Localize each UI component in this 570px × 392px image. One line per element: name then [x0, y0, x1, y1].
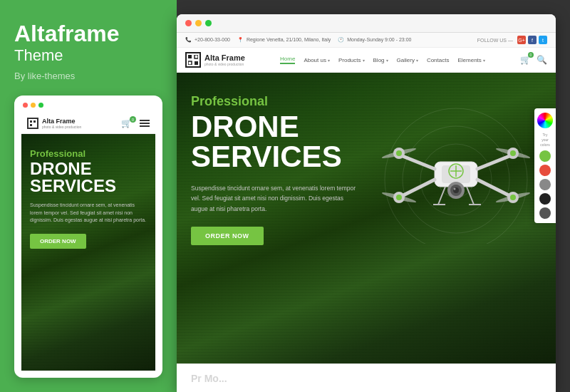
color-picker-label: Try your colors — [540, 133, 549, 148]
mobile-mockup: Alta Frame photo & video production 🛒 0 … — [14, 96, 162, 378]
site-hero: Professional DRONE SERVICES Suspendisse … — [177, 73, 556, 363]
nav-cart-area: 🛒 0 🔍 — [520, 55, 547, 65]
color-wheel[interactable] — [537, 113, 553, 128]
nav-link-about[interactable]: About us ▾ — [304, 57, 330, 63]
social-icons: G+ f t — [517, 36, 547, 44]
svg-point-27 — [396, 195, 402, 200]
svg-point-28 — [510, 195, 516, 200]
mobile-order-button[interactable]: ORDER NOW — [30, 234, 86, 249]
nav-link-blog[interactable]: Blog ▾ — [373, 57, 388, 63]
svg-rect-1 — [30, 124, 32, 126]
mobile-dot-red — [23, 103, 28, 108]
site-description: Suspendisse tincidunt ornare sem, at ven… — [191, 183, 362, 214]
mobile-hero: Professional DRONE SERVICES Suspendisse … — [21, 134, 155, 371]
mobile-cart-icon[interactable]: 🛒 0 — [121, 118, 134, 128]
site-info-left: 📞 +20-800-33-000 📍 Regione Venetta, 21/1… — [185, 37, 411, 43]
mobile-logo-text: Alta Frame — [42, 118, 81, 125]
google-plus-icon[interactable]: G+ — [517, 36, 526, 44]
svg-line-36 — [438, 187, 445, 205]
desktop-dot-green — [205, 20, 212, 26]
color-swatch-red[interactable] — [539, 165, 551, 176]
mobile-logo-tagline: photo & video production — [42, 125, 81, 129]
site-logo-main: Alta Frame — [204, 53, 245, 62]
svg-rect-3 — [188, 55, 192, 58]
mobile-description: Suspendisse tincidunt ornare sem, at ven… — [30, 202, 147, 225]
nav-link-contacts[interactable]: Contacts — [427, 57, 450, 63]
svg-rect-4 — [195, 55, 198, 58]
svg-line-37 — [467, 187, 474, 205]
mobile-dot-yellow — [31, 103, 36, 108]
color-swatch-gray[interactable] — [539, 179, 551, 190]
follow-label: FOLLOW US — — [477, 38, 513, 43]
site-nav-links: Home About us ▾ Products ▾ Blog ▾ Galler… — [280, 56, 485, 64]
desktop-window-controls — [177, 14, 556, 33]
nav-cart-icon[interactable]: 🛒 0 — [520, 55, 531, 65]
desktop-mockup: 📞 +20-800-33-000 📍 Regione Venetta, 21/1… — [177, 14, 556, 392]
svg-point-26 — [510, 150, 516, 156]
svg-line-16 — [477, 180, 513, 197]
desktop-dot-yellow — [195, 20, 202, 26]
mobile-drone-title: DRONE SERVICES — [30, 160, 147, 195]
mobile-dot-green — [38, 103, 43, 108]
mobile-logo: Alta Frame photo & video production — [27, 118, 81, 129]
site-logo: Alta Frame photo & video production — [185, 52, 245, 68]
svg-rect-6 — [195, 61, 198, 65]
twitter-icon[interactable]: t — [539, 36, 547, 44]
color-swatch-green[interactable] — [539, 150, 551, 162]
site-info-bar: 📞 +20-800-33-000 📍 Regione Venetta, 21/1… — [177, 33, 556, 48]
search-icon[interactable]: 🔍 — [537, 55, 547, 65]
mobile-cart-badge: 0 — [130, 116, 136, 123]
site-logo-tagline: photo & video production — [204, 62, 245, 66]
right-panel: 📞 +20-800-33-000 📍 Regione Venetta, 21/1… — [177, 0, 570, 392]
mobile-hamburger-icon[interactable] — [140, 120, 150, 127]
site-logo-box — [185, 52, 201, 68]
teaser-text: Pr Mo... — [191, 373, 227, 384]
mobile-hero-content: Professional DRONE SERVICES Suspendisse … — [30, 148, 147, 249]
mobile-professional-label: Professional — [30, 148, 147, 159]
svg-point-32 — [454, 188, 456, 190]
theme-name: Altaframe — [14, 21, 162, 46]
site-info-right: FOLLOW US — G+ f t — [477, 36, 547, 44]
mobile-window-controls — [21, 103, 155, 108]
theme-author: By like-themes — [14, 71, 162, 81]
desktop-dot-red — [185, 20, 192, 26]
site-drone-title: DRONE SERVICES — [191, 112, 362, 172]
mobile-nav: Alta Frame photo & video production 🛒 0 — [21, 113, 155, 134]
drone-image — [356, 87, 534, 244]
nav-link-home[interactable]: Home — [280, 56, 295, 64]
svg-rect-2 — [33, 120, 36, 123]
nav-cart-badge: 0 — [528, 52, 534, 58]
site-logo-text: Alta Frame photo & video production — [204, 53, 245, 66]
svg-rect-0 — [30, 120, 32, 123]
mobile-logo-text-wrap: Alta Frame photo & video production — [42, 118, 81, 129]
mobile-logo-box — [27, 118, 38, 129]
svg-point-25 — [396, 150, 402, 156]
svg-line-15 — [399, 180, 435, 197]
color-swatch-dark[interactable] — [539, 193, 551, 205]
nav-link-elements[interactable]: Elements ▾ — [457, 57, 484, 63]
site-bottom-teaser: Pr Mo... — [177, 363, 556, 392]
hours: 🕐 Monday-Sunday 9:00 - 23:00 — [338, 37, 411, 43]
nav-link-products[interactable]: Products ▾ — [338, 57, 365, 63]
site-hero-content: Professional DRONE SERVICES Suspendisse … — [191, 94, 362, 245]
phone-number: 📞 +20-800-33-000 — [185, 37, 230, 43]
color-swatch-medium[interactable] — [539, 207, 551, 219]
theme-word: Theme — [14, 46, 162, 65]
nav-link-gallery[interactable]: Gallery ▾ — [397, 57, 418, 63]
left-panel: Altaframe Theme By like-themes Alta Fram… — [0, 0, 177, 392]
svg-rect-5 — [188, 61, 192, 65]
address: 📍 Regione Venetta, 21/100, Milano, Italy — [237, 37, 331, 43]
facebook-icon[interactable]: f — [528, 36, 537, 44]
site-nav: Alta Frame photo & video production Home… — [177, 48, 556, 73]
site-order-button[interactable]: ORDER NOW — [191, 227, 264, 245]
color-picker-widget: Try your colors — [534, 108, 556, 223]
site-professional-label: Professional — [191, 94, 362, 109]
